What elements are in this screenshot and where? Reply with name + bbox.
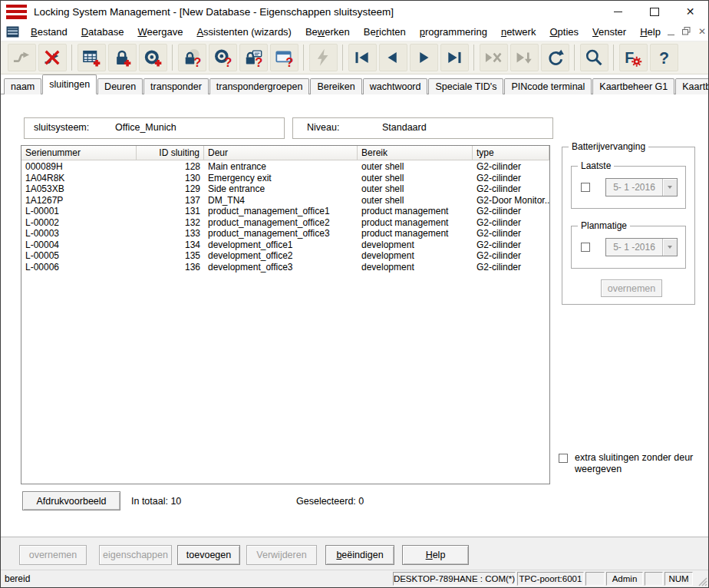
locking-system-label: sluitsysteem: <box>34 122 89 133</box>
close-button[interactable]: ✕ <box>672 1 708 22</box>
document-icon[interactable] <box>6 26 19 38</box>
dropdown-arrow-icon[interactable] <box>662 239 677 256</box>
mdi-restore-button[interactable] <box>682 25 691 38</box>
table-row[interactable]: L-00004134development_office1development… <box>21 239 549 251</box>
menu-programmering[interactable]: programmering <box>413 25 494 39</box>
menu-help[interactable]: Help <box>633 25 668 39</box>
be-indigen-button[interactable]: beëindigen <box>325 545 394 565</box>
last-battery-date-dropdown[interactable]: 5- 1 -2016 <box>605 178 678 197</box>
toolbar-new-lock-button[interactable] <box>108 44 137 71</box>
cell-serienummer: L-00002 <box>21 217 137 228</box>
column-header-id-sluiting[interactable]: ID sluiting <box>137 146 204 160</box>
planned-battery-checkbox[interactable] <box>581 243 590 252</box>
tab-transpondergroepen[interactable]: transpondergroepen <box>209 78 310 94</box>
tab-speciale-tid-s[interactable]: Speciale TID's <box>428 78 503 94</box>
toolbar-read-lock-g1-button[interactable]: ? <box>239 44 268 71</box>
cell-bereik: outer shell <box>358 161 473 172</box>
table-row[interactable]: L-00005135development_office2development… <box>21 250 549 262</box>
last-battery-checkbox[interactable] <box>581 183 590 192</box>
planned-battery-date-dropdown[interactable]: 5- 1 -2016 <box>605 238 678 256</box>
minimize-icon <box>614 12 622 12</box>
tab-wachtwoord[interactable]: wachtwoord <box>363 78 428 94</box>
column-header-serienummer[interactable]: Serienummer <box>21 146 137 160</box>
toevoegen-button[interactable]: toevoegen <box>177 545 240 565</box>
cell-type: G2-cilinder <box>473 262 549 273</box>
toolbar-help-button[interactable]: ? <box>650 44 678 71</box>
menu-venster[interactable]: Venster <box>585 25 633 39</box>
last-battery-date-value: 5- 1 -2016 <box>606 179 662 196</box>
maximize-icon <box>650 8 659 16</box>
svg-text:?: ? <box>224 55 232 68</box>
toolbar-read-transponder-button[interactable]: ? <box>209 44 237 71</box>
cell-bereik: outer shell <box>358 183 473 194</box>
table-row[interactable]: 000089H128Main entranceouter shellG2-cil… <box>21 161 549 173</box>
column-header-bereik[interactable]: Bereik <box>358 146 473 160</box>
mdi-minimize-button[interactable] <box>668 25 674 38</box>
toolbar-new-locking-system-button[interactable] <box>77 44 106 71</box>
menu-weergave[interactable]: Weergave <box>130 25 190 39</box>
toolbar-disconnect-button[interactable] <box>38 44 67 71</box>
tab-kaartbeheer-g1[interactable]: Kaartbeheer G1 <box>592 78 674 94</box>
toolbar-jump-record-button[interactable] <box>510 44 539 71</box>
cell-type: G2-Door Monitor... <box>473 195 549 206</box>
toolbar-refresh-button[interactable] <box>541 44 569 71</box>
cell-deur: Main entrance <box>204 161 358 172</box>
table-row[interactable]: 1A1267P137DM_TN4outer shellG2-Door Monit… <box>21 195 549 206</box>
toolbar-filter-settings-button[interactable]: F <box>619 44 648 71</box>
menu-netwerk[interactable]: netwerk <box>494 25 543 39</box>
menu-assistenten-wizards[interactable]: Assistenten (wizards) <box>190 25 298 39</box>
cell-bereik: product management <box>358 217 473 228</box>
menu-opties[interactable]: Opties <box>542 25 585 39</box>
toolbar-last-record-button[interactable] <box>440 44 469 71</box>
tab-deuren[interactable]: Deuren <box>97 78 143 94</box>
toolbar-next-record-button[interactable] <box>410 44 438 71</box>
column-header-deur[interactable]: Deur <box>204 146 358 160</box>
table-row[interactable]: L-00001131product_management_office1prod… <box>21 206 549 217</box>
toolbar-read-network-button[interactable]: ? <box>270 44 298 71</box>
toolbar: ????F? <box>1 41 708 74</box>
tab-pincode-terminal[interactable]: PINcode terminal <box>504 78 592 94</box>
table-row[interactable]: L-00003133product_management_office3prod… <box>21 228 549 239</box>
table-row[interactable]: L-00006136development_office3development… <box>21 262 549 273</box>
tab-bereiken[interactable]: Bereiken <box>310 78 361 94</box>
extra-locks-checkbox[interactable] <box>559 454 568 463</box>
svg-text:?: ? <box>659 49 669 68</box>
battery-apply-button[interactable]: overnemen <box>601 279 662 297</box>
table-row[interactable]: L-00002132product_management_office2prod… <box>21 217 549 229</box>
app-logo-icon <box>6 5 27 19</box>
mdi-window-controls: ✕ <box>668 25 709 38</box>
dropdown-arrow-icon[interactable] <box>662 179 677 196</box>
overnemen-button[interactable]: overnemen <box>19 545 87 565</box>
menu-bewerken[interactable]: Bewerken <box>298 25 357 39</box>
verwijderen-button[interactable]: Verwijderen <box>246 545 317 565</box>
toolbar-new-transponder-button[interactable] <box>139 44 167 71</box>
eigenschappen-button[interactable]: eigenschappen <box>99 545 172 565</box>
toolbar-first-record-button[interactable] <box>348 44 377 71</box>
tab-transponder[interactable]: transponder <box>143 78 209 94</box>
menu-database[interactable]: Database <box>74 25 131 39</box>
tab-kaartbeheer-g2[interactable]: Kaartbeheer G2 <box>675 78 709 94</box>
mdi-close-button[interactable]: ✕ <box>698 27 706 36</box>
toolbar-connect-button[interactable] <box>8 44 36 71</box>
new-lock-icon <box>112 48 132 68</box>
cell-serienummer: L-00003 <box>21 228 137 239</box>
resize-grip[interactable] <box>694 573 708 587</box>
table-row[interactable]: 1A053XB129Side entranceouter shellG2-cil… <box>21 183 549 195</box>
tab-sluitingen[interactable]: sluitingen <box>42 74 97 94</box>
toolbar-program-button[interactable] <box>309 44 338 71</box>
column-header-type[interactable]: type <box>473 146 549 160</box>
toolbar-previous-record-button[interactable] <box>379 44 407 71</box>
menu-bestand[interactable]: Bestand <box>24 25 74 39</box>
minimize-button[interactable] <box>600 1 636 22</box>
tab-naam[interactable]: naam <box>4 78 41 94</box>
menu-berichten[interactable]: Berichten <box>357 25 413 39</box>
table-row[interactable]: 1A04R8K130Emergency exitouter shellG2-ci… <box>21 173 549 184</box>
toolbar-separator <box>613 45 614 71</box>
toolbar-read-lock-button[interactable]: ? <box>178 44 206 71</box>
help-button[interactable]: Help <box>402 545 469 565</box>
toolbar-cancel-navigation-button[interactable] <box>480 44 508 71</box>
maximize-button[interactable] <box>636 1 672 22</box>
print-preview-button[interactable]: Afdrukvoorbeeld <box>22 491 120 510</box>
read-lock-g1-icon: ? <box>243 48 263 68</box>
toolbar-search-button[interactable] <box>580 44 608 71</box>
